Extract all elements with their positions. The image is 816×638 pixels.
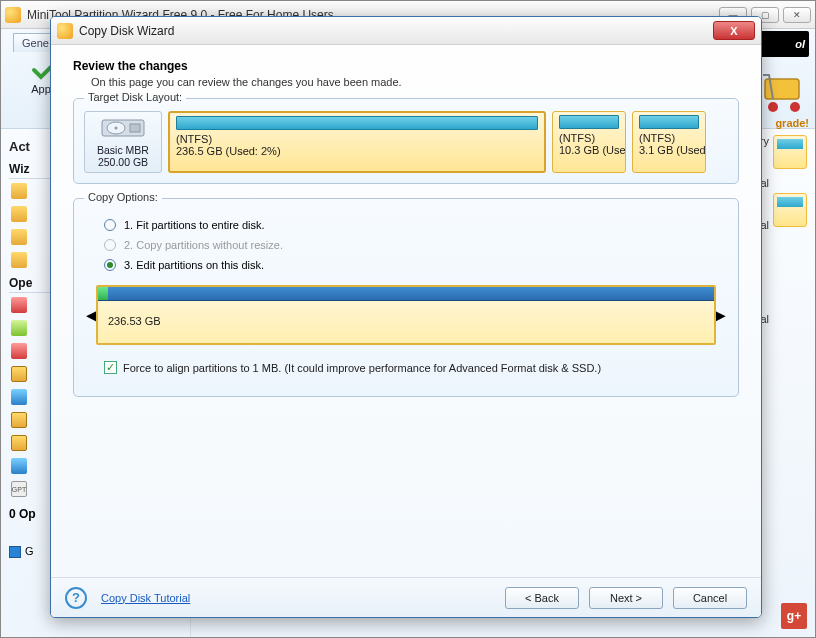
radio-icon-selected (104, 259, 116, 271)
hdd-icon (100, 116, 146, 140)
option-label: 3. Edit partitions on this disk. (124, 259, 264, 271)
back-button[interactable]: < Back (505, 587, 579, 609)
cancel-button[interactable]: Cancel (673, 587, 747, 609)
partition-fs: (NTFS) (559, 132, 619, 144)
help-icon[interactable]: ? (65, 587, 87, 609)
partition-size: 236.5 GB (Used: 2%) (176, 145, 538, 157)
disk-thumb[interactable] (773, 135, 807, 169)
sidebar-icon[interactable] (11, 183, 27, 199)
sidebar-icon[interactable] (11, 412, 27, 428)
google-plus-icon[interactable]: g+ (781, 603, 807, 629)
dialog-icon (57, 23, 73, 39)
dialog-titlebar: Copy Disk Wizard X (51, 17, 761, 45)
close-button[interactable]: ✕ (783, 7, 811, 23)
target-disk-layout-group: Target Disk Layout: Basic MBR 250.00 GB … (73, 98, 739, 184)
legend-label: G (25, 545, 34, 557)
option-fit-partitions[interactable]: 1. Fit partitions to entire disk. (104, 219, 728, 231)
partition-fs: (NTFS) (176, 133, 538, 145)
partition-editor-size: 236.53 GB (98, 301, 714, 341)
upgrade-link[interactable]: grade! (775, 117, 809, 129)
partition-bar (176, 116, 538, 130)
used-space-indicator (98, 287, 108, 300)
copy-disk-wizard-dialog: Copy Disk Wizard X Review the changes On… (50, 16, 762, 618)
legend-swatch (9, 546, 21, 558)
disk-type: Basic MBR (87, 144, 159, 156)
app-icon (5, 7, 21, 23)
resize-handle-right[interactable]: ▶ (715, 307, 726, 323)
svg-point-2 (790, 102, 800, 112)
sidebar-icon[interactable] (11, 206, 27, 222)
checkbox-checked-icon: ✓ (104, 361, 117, 374)
sidebar-icon[interactable] (11, 343, 27, 359)
partition-fs: (NTFS) (639, 132, 699, 144)
force-align-checkbox-row[interactable]: ✓ Force to align partitions to 1 MB. (It… (104, 361, 728, 374)
option-label: 2. Copy partitions without resize. (124, 239, 283, 251)
option-label: 1. Fit partitions to entire disk. (124, 219, 265, 231)
partition-editor-bar[interactable] (98, 287, 714, 301)
disk-thumb[interactable] (773, 193, 807, 227)
partition-size: 10.3 GB (Used (559, 144, 619, 156)
group-label: Target Disk Layout: (84, 91, 186, 103)
partition-3[interactable]: (NTFS) 3.1 GB (Used: (632, 111, 706, 173)
disk-summary[interactable]: Basic MBR 250.00 GB (84, 111, 162, 173)
partition-bar (639, 115, 699, 129)
disk-size: 250.00 GB (87, 156, 159, 168)
sidebar-icon[interactable] (11, 435, 27, 451)
sidebar-icon[interactable] (11, 297, 27, 313)
sidebar-icon[interactable] (11, 389, 27, 405)
partition-bar (559, 115, 619, 129)
force-align-label: Force to align partitions to 1 MB. (It c… (123, 362, 601, 374)
group-label: Copy Options: (84, 191, 162, 203)
partition-main[interactable]: (NTFS) 236.5 GB (Used: 2%) (168, 111, 546, 173)
copy-options-group: Copy Options: 1. Fit partitions to entir… (73, 198, 739, 397)
option-copy-without-resize: 2. Copy partitions without resize. (104, 239, 728, 251)
sidebar-icon[interactable] (11, 252, 27, 268)
partition-size: 3.1 GB (Used: (639, 144, 699, 156)
cart-icon[interactable] (759, 69, 809, 115)
review-subheading: On this page you can review the changes … (73, 76, 739, 88)
svg-rect-6 (130, 124, 140, 132)
dialog-title: Copy Disk Wizard (79, 24, 713, 38)
option-edit-partitions[interactable]: 3. Edit partitions on this disk. (104, 259, 728, 271)
next-button[interactable]: Next > (589, 587, 663, 609)
sidebar-icon[interactable] (11, 320, 27, 336)
radio-icon (104, 239, 116, 251)
svg-point-5 (115, 127, 118, 130)
svg-point-1 (768, 102, 778, 112)
radio-icon (104, 219, 116, 231)
sidebar-icon[interactable] (11, 366, 27, 382)
tutorial-link[interactable]: Copy Disk Tutorial (101, 592, 190, 604)
brand-logo: ol (757, 31, 809, 57)
sidebar-icon[interactable] (11, 458, 27, 474)
dialog-footer: ? Copy Disk Tutorial < Back Next > Cance… (51, 577, 761, 617)
partition-2[interactable]: (NTFS) 10.3 GB (Used (552, 111, 626, 173)
partition-editor[interactable]: ◀ ▶ 236.53 GB (96, 285, 716, 345)
gpt-icon[interactable]: GPT (11, 481, 27, 497)
sidebar-icon[interactable] (11, 229, 27, 245)
dialog-close-button[interactable]: X (713, 21, 755, 40)
review-heading: Review the changes (73, 59, 739, 73)
